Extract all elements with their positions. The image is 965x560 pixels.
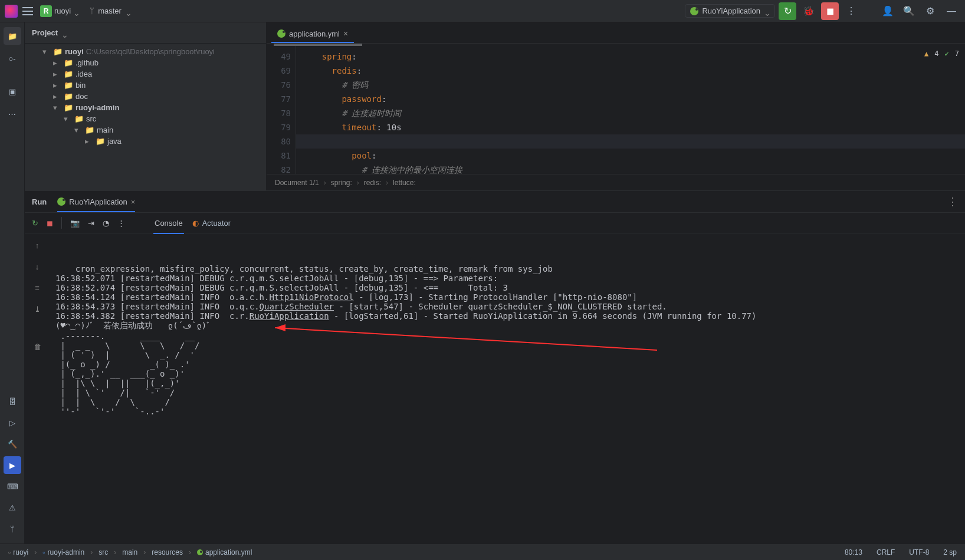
run-toolbar: ↻ ◼ 📷 ⇥ ◔ ⋮ Console ◐Actuator bbox=[25, 212, 965, 233]
status-crumb[interactable]: src bbox=[96, 548, 110, 556]
debug-button[interactable]: 🐞 bbox=[800, 2, 818, 20]
tab-label: application.yml bbox=[289, 29, 340, 38]
rerun-button[interactable]: ↻ bbox=[779, 2, 796, 20]
spring-icon bbox=[690, 7, 698, 15]
project-panel-header[interactable]: Project bbox=[25, 22, 266, 44]
status-crumb[interactable]: application.yml bbox=[195, 548, 254, 556]
status-crumb[interactable]: ▫ ruoyi-admin bbox=[40, 548, 87, 556]
console-output[interactable]: cron_expression, misfire_policy, concurr… bbox=[50, 233, 965, 543]
folder-icon: 📁 bbox=[8, 32, 17, 41]
console-tab[interactable]: Console bbox=[153, 216, 184, 230]
more-tools-button[interactable]: ⋯ bbox=[4, 105, 21, 123]
code-area[interactable]: spring: redis: # 密码 password: # 连接超时时间 t… bbox=[296, 46, 965, 174]
tree-arrow-icon: ▾ bbox=[42, 47, 51, 56]
close-icon[interactable]: × bbox=[343, 29, 348, 38]
terminal-tool-button[interactable]: ⌨ bbox=[4, 477, 21, 495]
clear-button[interactable]: 🗑 bbox=[29, 338, 45, 355]
stop-button[interactable]: ◼ bbox=[821, 2, 839, 20]
indent[interactable]: 2 sp bbox=[941, 548, 959, 556]
editor-body[interactable]: 496976777879808182 spring: redis: # 密码 p… bbox=[267, 46, 965, 174]
run-label: Run bbox=[32, 197, 47, 206]
breadcrumb-item[interactable]: spring: bbox=[331, 179, 352, 187]
database-tool-button[interactable]: 🗄 bbox=[4, 393, 21, 410]
vcs-tool-button[interactable]: ᛘ bbox=[4, 520, 21, 538]
scroll-up-button[interactable]: ↑ bbox=[29, 237, 45, 253]
editor-breadcrumb[interactable]: Document 1/1 › spring: › redis: › lettuc… bbox=[267, 174, 965, 190]
branch-selector[interactable]: master bbox=[86, 5, 134, 17]
tree-label: bin bbox=[76, 81, 86, 90]
more-actions-button[interactable]: ⋮ bbox=[842, 2, 860, 20]
tree-arrow-icon: ▾ bbox=[53, 103, 61, 112]
settings-button[interactable]: ⚙ bbox=[921, 2, 939, 20]
folder-icon: 📁 bbox=[74, 114, 84, 123]
exit-button[interactable]: ⇥ bbox=[88, 219, 94, 228]
console-rail: ↑ ↓ ≡ ⤓ 🗑 bbox=[25, 233, 50, 543]
minimize-button[interactable]: — bbox=[943, 2, 960, 20]
status-crumb[interactable]: main bbox=[120, 548, 140, 556]
more-button[interactable]: ⋮ bbox=[117, 219, 125, 228]
main-menu-button[interactable] bbox=[22, 7, 33, 15]
editor-tab-application-yml[interactable]: application.yml × bbox=[271, 24, 354, 43]
line-ending[interactable]: CRLF bbox=[874, 548, 897, 556]
breadcrumb-item[interactable]: lettuce: bbox=[393, 179, 416, 187]
status-crumb[interactable]: ▫ ruoyi bbox=[6, 548, 31, 556]
tree-row[interactable]: ▾📁 src bbox=[25, 113, 266, 124]
project-panel-title: Project bbox=[32, 28, 58, 37]
status-bar: ▫ ruoyi▫ ruoyi-adminsrcmainresources app… bbox=[0, 543, 965, 560]
project-selector[interactable]: R ruoyi bbox=[38, 4, 81, 18]
soft-wrap-button[interactable]: ≡ bbox=[29, 279, 45, 296]
actuator-tab[interactable]: ◐Actuator bbox=[192, 219, 231, 228]
build-tool-button[interactable]: 🔨 bbox=[4, 435, 21, 453]
profiler-button[interactable]: ◔ bbox=[103, 219, 109, 228]
stop-button[interactable]: ◼ bbox=[47, 219, 53, 228]
close-icon[interactable]: × bbox=[131, 197, 136, 206]
kebab-icon: ⋮ bbox=[846, 5, 856, 17]
scroll-down-button[interactable]: ↓ bbox=[29, 258, 45, 275]
problems-tool-button[interactable]: ⚠ bbox=[4, 499, 21, 516]
tree-row[interactable]: ▸📁 .github bbox=[25, 57, 266, 68]
tree-row[interactable]: ▸📁 doc bbox=[25, 91, 266, 102]
breadcrumb-item[interactable]: Document 1/1 bbox=[275, 179, 319, 187]
actuator-icon: ◐ bbox=[192, 219, 199, 228]
tree-row[interactable]: ▾📁 ruoyi-admin bbox=[25, 102, 266, 113]
tree-label: ruoyi-admin bbox=[76, 103, 119, 112]
spring-icon bbox=[57, 197, 65, 206]
structure-tool-button[interactable]: ▣ bbox=[4, 83, 21, 100]
tree-row[interactable]: ▸📁 .idea bbox=[25, 68, 266, 80]
tree-path: C:\Users\qcl\Desktop\springboot\ruoyi bbox=[86, 47, 215, 56]
tree-arrow-icon: ▾ bbox=[64, 114, 72, 123]
minimize-icon: — bbox=[947, 6, 956, 17]
stop-icon: ◼ bbox=[826, 5, 834, 17]
services-tool-button[interactable]: ▷ bbox=[4, 414, 21, 431]
tree-label: doc bbox=[76, 92, 88, 101]
project-badge: R bbox=[40, 5, 52, 17]
run-panel-more[interactable]: ⋮ bbox=[947, 195, 958, 208]
chevron-down-icon bbox=[61, 30, 67, 36]
camera-button[interactable]: 📷 bbox=[70, 219, 80, 228]
status-breadcrumb[interactable]: ▫ ruoyi▫ ruoyi-adminsrcmainresources app… bbox=[6, 548, 254, 556]
caret-position[interactable]: 80:13 bbox=[842, 548, 865, 556]
tree-row[interactable]: ▾📁 ruoyi C:\Users\qcl\Desktop\springboot… bbox=[25, 46, 266, 57]
run-config-selector[interactable]: RuoYiApplication bbox=[685, 4, 775, 18]
status-crumb[interactable]: resources bbox=[149, 548, 185, 556]
check-count: 7 bbox=[955, 50, 959, 58]
folder-icon: 📁 bbox=[64, 70, 73, 78]
rerun-button[interactable]: ↻ bbox=[32, 219, 38, 228]
scroll-to-end-button[interactable]: ⤓ bbox=[29, 301, 45, 317]
project-tree[interactable]: ▾📁 ruoyi C:\Users\qcl\Desktop\springboot… bbox=[25, 44, 266, 190]
inspection-badges[interactable]: ▲4 ✔7 bbox=[924, 50, 959, 58]
editor-tabs: application.yml × bbox=[267, 22, 965, 44]
encoding[interactable]: UTF-8 bbox=[907, 548, 931, 556]
commit-tool-button[interactable]: ○- bbox=[4, 50, 21, 67]
tree-row[interactable]: ▸📁 bin bbox=[25, 80, 266, 91]
tree-row[interactable]: ▾📁 main bbox=[25, 124, 266, 136]
run-tab-ruoyi[interactable]: RuoYiApplication × bbox=[57, 195, 135, 209]
left-rail-bottom: 🗄 ▷ 🔨 ▶ ⌨ ⚠ ᛘ bbox=[0, 393, 25, 541]
search-button[interactable]: 🔍 bbox=[900, 2, 918, 20]
code-with-me-button[interactable]: 👤 bbox=[879, 2, 897, 20]
run-tool-button[interactable]: ▶ bbox=[4, 456, 21, 474]
tree-row[interactable]: ▸📁 java bbox=[25, 136, 266, 147]
breadcrumb-item[interactable]: redis: bbox=[364, 179, 381, 187]
project-tool-button[interactable]: 📁 bbox=[4, 27, 21, 45]
structure-icon: ▣ bbox=[9, 87, 16, 96]
